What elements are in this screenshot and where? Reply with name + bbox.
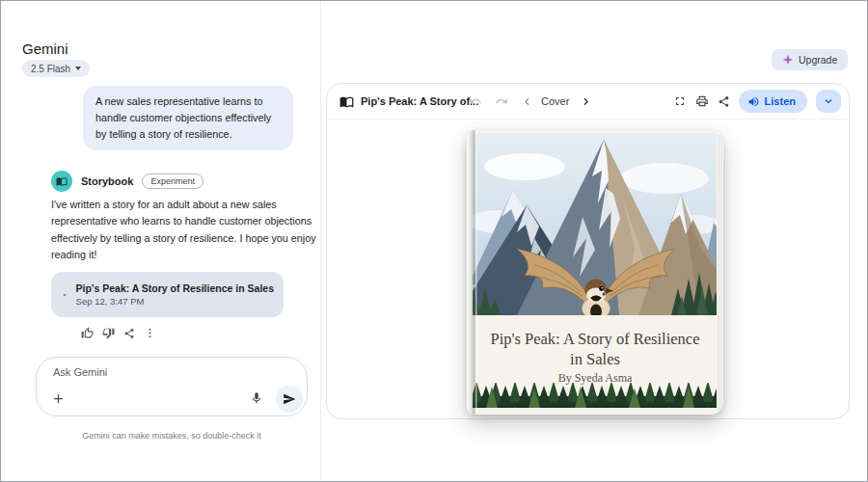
ask-gemini-input[interactable] xyxy=(53,366,246,378)
chevron-down-icon xyxy=(75,67,81,70)
thumbs-down-icon xyxy=(102,327,115,339)
story-attachment-card[interactable]: Pip's Peak: A Story of Resilience in Sal… xyxy=(51,272,284,317)
upgrade-label: Upgrade xyxy=(799,54,837,66)
mic-icon xyxy=(250,391,263,405)
gemini-sparkle-icon xyxy=(782,54,794,66)
storybook-avatar xyxy=(51,171,72,192)
fullscreen-button[interactable] xyxy=(673,94,687,108)
share-response-button[interactable] xyxy=(123,328,135,339)
add-attachment-button[interactable] xyxy=(48,388,68,408)
toolbar-actions: Listen xyxy=(673,84,841,119)
message-actions xyxy=(81,327,156,339)
open-book-icon xyxy=(339,94,354,109)
more-vert-icon xyxy=(144,327,156,339)
chevron-down-icon xyxy=(823,95,834,107)
story-card-timestamp: Sep 12, 3:47 PM xyxy=(76,296,274,307)
book-title-line1: Pip's Peak: A Story of Resilience xyxy=(490,330,699,348)
thumbs-up-icon xyxy=(81,327,94,339)
send-icon xyxy=(283,392,296,406)
assistant-message: I've written a story for an adult about … xyxy=(51,197,318,264)
story-card-text: Pip's Peak: A Story of Resilience in Sal… xyxy=(76,282,274,307)
user-message-bubble: A new sales representative learns to han… xyxy=(83,86,293,150)
thumbs-down-button[interactable] xyxy=(102,327,115,339)
send-button[interactable] xyxy=(276,386,303,413)
storybook-panel: Pip's Peak: A Story of... Cover xyxy=(326,83,850,419)
chevron-right-icon xyxy=(580,95,592,108)
page-label: Cover xyxy=(541,84,569,119)
redo-icon xyxy=(495,94,508,108)
print-icon xyxy=(695,94,709,108)
column-divider xyxy=(320,1,321,482)
open-book-icon xyxy=(64,287,67,303)
book-cover-illustration: Pip's Peak: A Story of Resilience in Sal… xyxy=(467,130,723,415)
next-page-button[interactable] xyxy=(580,84,592,119)
book-byline: By Syeda Asma xyxy=(558,371,633,385)
book-title-line2: in Sales xyxy=(570,350,620,368)
experiment-badge: Experiment xyxy=(142,174,203,189)
plus-icon xyxy=(51,391,66,406)
chevron-left-icon xyxy=(521,95,533,108)
app-title: Gemini xyxy=(22,40,68,57)
share-icon xyxy=(123,328,135,339)
model-label: 2.5 Flash xyxy=(31,64,70,74)
assistant-name: Storybook xyxy=(81,175,133,187)
thumbs-up-button[interactable] xyxy=(81,327,94,339)
toolbar-title-group: Pip's Peak: A Story of... xyxy=(339,84,478,119)
gemini-app: Gemini 2.5 Flash Upgrade A new sales rep… xyxy=(0,0,868,482)
listen-options-button[interactable] xyxy=(816,90,841,113)
microphone-button[interactable] xyxy=(248,389,265,407)
book-cover[interactable]: Pip's Peak: A Story of Resilience in Sal… xyxy=(467,130,723,415)
model-selector[interactable]: 2.5 Flash xyxy=(22,60,90,77)
listen-button[interactable]: Listen xyxy=(739,90,807,113)
story-card-title: Pip's Peak: A Story of Resilience in Sal… xyxy=(76,282,274,294)
redo-button[interactable] xyxy=(495,84,508,119)
print-button[interactable] xyxy=(695,94,709,108)
fullscreen-icon xyxy=(673,94,687,108)
undo-icon xyxy=(469,94,482,108)
more-options-button[interactable] xyxy=(144,327,156,339)
undo-button[interactable] xyxy=(469,84,482,119)
document-title: Pip's Peak: A Story of... xyxy=(361,95,478,107)
share-story-button[interactable] xyxy=(718,95,730,108)
share-icon xyxy=(718,95,730,108)
prompt-input-container xyxy=(36,357,308,416)
disclaimer-text: Gemini can make mistakes, so double-chec… xyxy=(36,431,308,441)
upgrade-button[interactable]: Upgrade xyxy=(772,49,848,70)
assistant-header: Storybook Experiment xyxy=(51,171,203,192)
listen-label: Listen xyxy=(765,95,796,107)
open-book-icon xyxy=(56,175,68,187)
speaker-icon xyxy=(747,95,760,108)
previous-page-button[interactable] xyxy=(521,84,533,119)
storybook-toolbar: Pip's Peak: A Story of... Cover xyxy=(327,84,849,120)
